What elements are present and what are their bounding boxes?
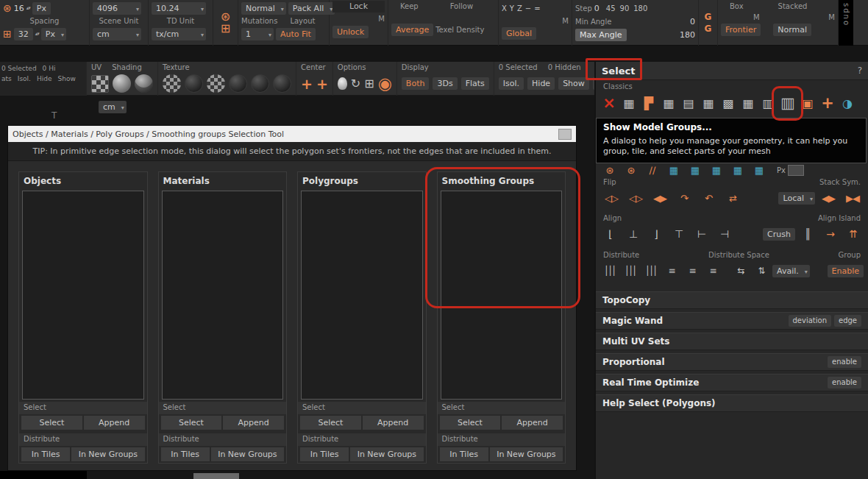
viewport-unit-dropdown[interactable]: cm — [99, 101, 127, 113]
materials-append-button[interactable]: Append — [223, 416, 284, 430]
show-model-groups-icon[interactable]: ▥ — [779, 93, 797, 113]
g-u-button[interactable]: G — [705, 12, 712, 22]
align-bottom-icon[interactable]: ⊥ — [623, 224, 644, 244]
sphere-dark-texture-3-icon[interactable] — [251, 74, 269, 93]
polygroups-select-button[interactable]: Select — [300, 416, 361, 430]
uv-space-dot-icon[interactable]: ◉ — [378, 77, 392, 91]
grid-toggle-icon[interactable]: ⊞ — [364, 77, 374, 91]
grid-select-2-icon[interactable]: ▛ — [640, 93, 658, 113]
dialog-close-button[interactable] — [558, 129, 572, 140]
tile-blue-2-icon[interactable]: ▦ — [686, 163, 705, 177]
axis-y-button[interactable]: Y — [510, 4, 514, 13]
magic-wand-section[interactable]: Magic Wand deviationedge — [596, 312, 868, 330]
grid-select-4-icon[interactable]: ▤ — [680, 93, 697, 113]
status-hide-button[interactable]: Hide — [37, 75, 52, 82]
display-3ds-button[interactable]: 3Ds — [433, 77, 457, 90]
global-button[interactable]: Global — [502, 27, 536, 40]
spacing-spinner[interactable]: ▴▾ — [35, 31, 39, 37]
min-angle-label[interactable]: Min Angle — [575, 18, 611, 26]
materials-in-new-groups-button[interactable]: In New Groups — [211, 447, 284, 461]
flip-both-icon[interactable]: ◀▶ — [649, 188, 671, 207]
mutation-star-icon[interactable]: ⊛ — [3, 3, 12, 13]
local-space-dropdown[interactable]: Local — [778, 192, 815, 205]
stacked-m-label[interactable]: M — [828, 13, 835, 21]
smoothing-select-button[interactable]: Select — [440, 416, 501, 430]
spacing-unit-dropdown[interactable]: Px — [41, 28, 66, 40]
polygroups-append-button[interactable]: Append — [363, 416, 424, 430]
grid-select-7-icon[interactable]: ▦ — [739, 93, 757, 113]
bottom-partial-button[interactable] — [193, 473, 239, 479]
isolate-button[interactable]: Isol. — [499, 77, 524, 90]
grid-select-3-icon[interactable]: ▦ — [660, 93, 677, 113]
auto-fit-button[interactable]: Auto Fit — [276, 28, 316, 40]
pack-all-dropdown[interactable]: Pack All — [288, 2, 335, 15]
grid-select-1-icon[interactable]: ▦ — [620, 93, 638, 113]
average-button[interactable]: Average — [391, 24, 433, 36]
stack-mirror-icon[interactable]: ◀▶ — [817, 188, 839, 207]
help-icon[interactable]: ? — [858, 65, 862, 76]
materials-select-button[interactable]: Select — [161, 416, 222, 430]
tile-blue-3-icon[interactable]: ▦ — [707, 163, 726, 177]
min-angle-value[interactable]: 0 — [690, 17, 695, 26]
clear-selection-icon[interactable]: × — [600, 93, 618, 113]
center-selection-icon[interactable]: + — [301, 77, 313, 91]
space-horizontal-icon[interactable]: ⇆ — [731, 261, 750, 280]
axis-x-button[interactable]: X — [502, 4, 507, 13]
distribute-h-1-icon[interactable]: │││ — [600, 261, 619, 280]
flip-u-icon[interactable]: ◁▷ — [600, 188, 622, 207]
display-flats-button[interactable]: Flats — [461, 77, 489, 90]
stacked-label[interactable]: Stacked — [778, 2, 808, 10]
td-value-dropdown[interactable]: 10.24 — [152, 2, 206, 15]
multi-uv-sets-section[interactable]: Multi UV Sets — [596, 333, 868, 350]
grid-select-8-icon[interactable]: ▥ — [759, 93, 777, 113]
objects-list[interactable] — [22, 191, 144, 400]
edge-button[interactable]: edge — [834, 315, 861, 327]
step-value[interactable]: 0 — [594, 4, 600, 13]
spacing-top-spinner[interactable]: ▴▾ — [26, 5, 30, 11]
sphere-flat-shading-icon[interactable] — [113, 74, 131, 93]
sphere-dark-texture-4-icon[interactable] — [273, 74, 291, 93]
distribute-h-3-icon[interactable]: │││ — [641, 261, 660, 280]
polygroups-in-tiles-button[interactable]: In Tiles — [300, 447, 349, 461]
texel-density-label[interactable]: Texel Density — [435, 26, 484, 34]
center-cursor-icon[interactable]: + — [316, 77, 328, 91]
normal-mode-dropdown[interactable]: Normal — [241, 2, 286, 15]
objects-append-button[interactable]: Append — [84, 416, 145, 430]
box-m-label[interactable]: M — [753, 13, 760, 21]
symmetry-1-icon[interactable]: ⊛ — [600, 163, 619, 177]
smoothing-in-tiles-button[interactable]: In Tiles — [440, 447, 488, 461]
proportional-enable-button[interactable]: enable — [828, 356, 861, 368]
materials-list[interactable] — [162, 191, 284, 400]
equals-button[interactable]: = — [534, 4, 540, 13]
spacing-top-unit[interactable]: Px — [32, 2, 51, 15]
side-tab-label[interactable]: sdno — [842, 3, 850, 45]
polygroups-in-new-groups-button[interactable]: In New Groups — [350, 447, 423, 461]
realtime-enable-button[interactable]: enable — [828, 377, 861, 388]
rotate-view-icon[interactable]: ↻ — [351, 77, 360, 91]
uv-checker-icon[interactable] — [91, 75, 109, 93]
hide-button[interactable]: Hide — [527, 77, 555, 90]
map-size-dropdown[interactable]: 4096 — [93, 2, 141, 15]
distribute-h-2-icon[interactable]: │││ — [621, 261, 639, 280]
xyz-m-label[interactable]: M — [562, 17, 569, 25]
objects-in-tiles-button[interactable]: In Tiles — [21, 447, 70, 461]
crush-bars-icon[interactable]: ║ — [797, 224, 818, 244]
smoothing-groups-list[interactable] — [441, 191, 563, 400]
status-show-button[interactable]: Show — [57, 75, 75, 82]
sphere-dark-texture-1-icon[interactable] — [185, 74, 203, 93]
objects-select-button[interactable]: Select — [21, 416, 82, 430]
gray-swatch[interactable] — [788, 165, 804, 176]
show-button[interactable]: Show — [558, 77, 589, 90]
axis-z-button[interactable]: Z — [517, 4, 522, 13]
mutation-cluster-icon[interactable]: ⊛ — [221, 12, 230, 22]
grid-layout-icon[interactable]: ⊞ — [3, 29, 12, 39]
smoothing-append-button[interactable]: Append — [502, 416, 563, 430]
align-bottom-left-icon[interactable]: ⌊ — [600, 224, 621, 244]
flip-ccw-icon[interactable]: ↶ — [697, 188, 719, 207]
tile-blue-4-icon[interactable]: ▦ — [728, 163, 747, 177]
proportional-section[interactable]: Proportional enable — [596, 353, 868, 371]
avail-dropdown[interactable]: Avail. — [772, 265, 810, 277]
realtime-optimize-section[interactable]: Real Time Optimize enable — [596, 374, 868, 391]
flip-v-icon[interactable]: ◁▷ — [625, 188, 647, 207]
spacing-top-value[interactable]: 16 — [14, 4, 24, 13]
